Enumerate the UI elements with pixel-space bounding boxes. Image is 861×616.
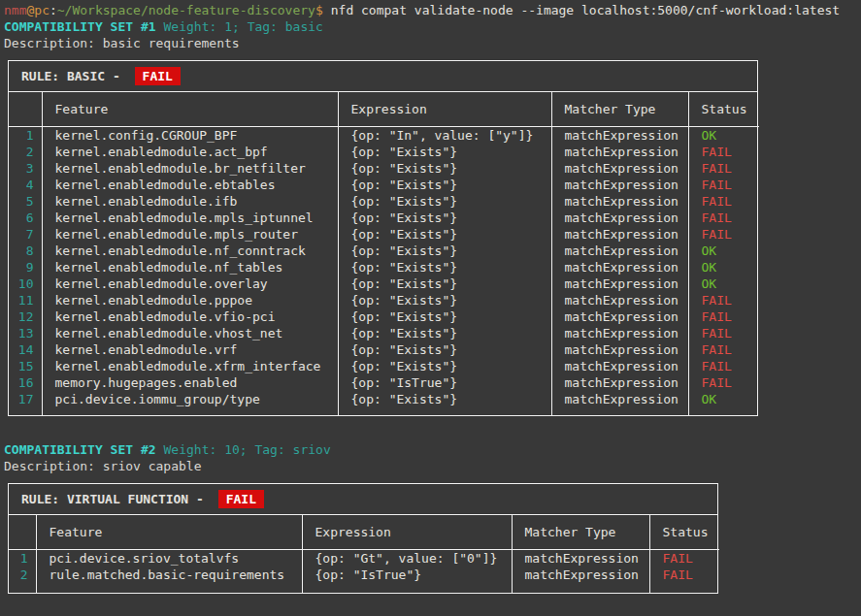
row-expression: {op: "Exists"} [338,177,551,193]
row-index: 5 [9,193,42,210]
row-matcher-type: matchExpression [551,243,688,259]
row-matcher-type: matchExpression [551,177,688,193]
col-header-expression: Expression [302,515,512,550]
row-status: OK [688,259,759,276]
table-row: 11 kernel.enabledmodule.pppoe {op: "Exis… [9,292,759,308]
row-status: FAIL [688,210,759,226]
row-index: 10 [9,276,42,292]
row-matcher-type: matchExpression [551,144,688,160]
row-feature: kernel.enabledmodule.mpls_router [42,226,338,243]
sriov-table: Feature Expression Matcher Type Status 1… [9,515,719,593]
row-index: 16 [9,374,42,391]
table-row: 16 memory.hugepages.enabled {op: "IsTrue… [9,374,759,391]
row-status: OK [688,243,759,259]
table-row: 1 kernel.config.CGROUP_BPF {op: "In", va… [9,127,759,145]
row-index: 2 [9,144,42,160]
table-row: 2 rule.matched.basic-requirements {op: "… [9,567,719,593]
set2-description: Description: sriov capable [4,458,861,474]
table-row: 9 kernel.enabledmodule.nf_tables {op: "E… [9,259,759,276]
rule-status-badge: FAIL [135,67,181,85]
row-expression: {op: "IsTrue"} [338,374,551,391]
row-expression: {op: "Exists"} [338,243,551,259]
row-expression: {op: "Exists"} [338,391,551,415]
row-status: FAIL [688,177,759,193]
row-expression: {op: "Exists"} [338,210,551,226]
row-feature: memory.hugepages.enabled [42,374,338,391]
table-header-row: Feature Expression Matcher Type Status [9,515,719,550]
row-index: 8 [9,243,42,259]
prompt-dollar: $ [315,3,323,17]
set2-heading: COMPATIBILITY SET #2Weight: 10; Tag: sri… [4,441,861,458]
row-matcher-type: matchExpression [551,226,688,243]
row-index: 11 [9,292,42,308]
row-index: 1 [9,127,42,145]
rule-status-badge: FAIL [218,490,264,508]
col-header-status: Status [688,92,759,127]
table-row: 4 kernel.enabledmodule.ebtables {op: "Ex… [9,177,759,193]
col-header-expression: Expression [338,92,551,127]
row-matcher-type: matchExpression [551,210,688,226]
table-row: 7 kernel.enabledmodule.mpls_router {op: … [9,226,759,243]
row-status: FAIL [688,226,759,243]
row-expression: {op: "Exists"} [338,341,551,358]
row-expression: {op: "Exists"} [338,325,551,341]
row-status: OK [688,391,759,415]
row-matcher-type: matchExpression [551,341,688,358]
prompt-path: ~/Workspace/node-feature-discovery [57,3,315,17]
row-index: 15 [9,358,42,374]
row-feature: kernel.enabledmodule.ebtables [42,177,338,193]
row-feature: kernel.enabledmodule.mpls_iptunnel [42,210,338,226]
table-row: 17 pci.device.iommu_group/type {op: "Exi… [9,391,759,415]
row-feature: kernel.enabledmodule.vhost_net [42,325,338,341]
table-row: 6 kernel.enabledmodule.mpls_iptunnel {op… [9,210,759,226]
row-feature: kernel.enabledmodule.act_bpf [42,144,338,160]
row-feature: kernel.enabledmodule.nf_tables [42,259,338,276]
table-row: 2 kernel.enabledmodule.act_bpf {op: "Exi… [9,144,759,160]
row-matcher-type: matchExpression [551,193,688,210]
row-index: 1 [9,550,36,567]
set2-title: COMPATIBILITY SET #2 [4,442,156,457]
set2-meta: Weight: 10; Tag: sriov [164,442,331,457]
row-matcher-type: matchExpression [512,567,649,593]
row-status: FAIL [688,374,759,391]
row-expression: {op: "Gt", value: ["0"]} [302,550,512,567]
rule-label: RULE: VIRTUAL FUNCTION - [21,492,212,506]
row-index: 17 [9,391,42,415]
row-feature: kernel.enabledmodule.nf_conntrack [42,243,338,259]
prompt-host: @pc [26,3,49,17]
prompt-line: nmm@pc:~/Workspace/node-feature-discover… [4,2,861,18]
col-header-status: Status [649,515,719,550]
row-expression: {op: "Exists"} [338,226,551,243]
row-expression: {op: "IsTrue"} [302,567,512,593]
row-status: FAIL [688,160,759,177]
row-feature: kernel.enabledmodule.overlay [42,276,338,292]
table-row: 10 kernel.enabledmodule.overlay {op: "Ex… [9,276,759,292]
row-feature: kernel.enabledmodule.ifb [42,193,338,210]
row-feature: pci.device.sriov_totalvfs [36,550,302,567]
command-text: nfd compat validate-node --image localho… [323,3,840,17]
row-matcher-type: matchExpression [551,308,688,325]
prompt-user: nmm [4,3,26,17]
table-row: 14 kernel.enabledmodule.vrf {op: "Exists… [9,341,759,358]
table-row: 5 kernel.enabledmodule.ifb {op: "Exists"… [9,193,759,210]
row-status: FAIL [688,144,759,160]
row-expression: {op: "In", value: ["y"]} [338,127,551,145]
row-expression: {op: "Exists"} [338,259,551,276]
row-status: FAIL [688,341,759,358]
row-index: 13 [9,325,42,341]
row-status: FAIL [649,567,719,593]
prompt-colon: : [50,3,57,17]
rule-label: RULE: BASIC - [21,69,128,83]
table-row: 12 kernel.enabledmodule.vfio-pci {op: "E… [9,308,759,325]
row-feature: kernel.enabledmodule.pppoe [42,292,338,308]
row-expression: {op: "Exists"} [338,160,551,177]
row-index: 4 [9,177,42,193]
rule-title-basic: RULE: BASIC - FAIL [9,61,757,92]
row-feature: kernel.config.CGROUP_BPF [42,127,338,145]
table-row: 13 kernel.enabledmodule.vhost_net {op: "… [9,325,759,341]
rule-table-virtual-function: RULE: VIRTUAL FUNCTION - FAIL Feature Ex… [8,483,718,594]
row-status: FAIL [688,308,759,325]
row-expression: {op: "Exists"} [338,193,551,210]
row-feature: kernel.enabledmodule.vfio-pci [42,308,338,325]
table-row: 3 kernel.enabledmodule.br_netfilter {op:… [9,160,759,177]
